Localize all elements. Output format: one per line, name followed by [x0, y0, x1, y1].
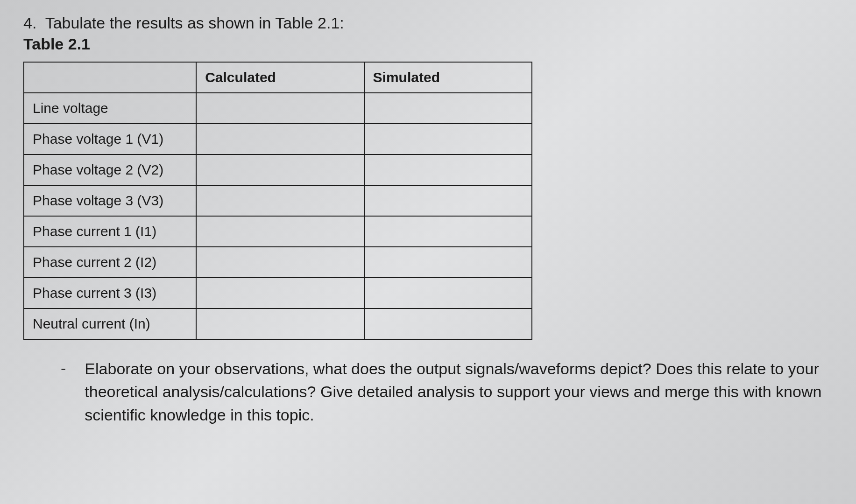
- row-label: Phase voltage 3 (V3): [24, 185, 196, 216]
- row-simulated: [364, 278, 532, 308]
- table-row: Phase current 1 (I1): [24, 216, 532, 247]
- observation-prompt: - Elaborate on your observations, what d…: [23, 357, 833, 427]
- results-table: Calculated Simulated Line voltage Phase …: [23, 62, 532, 340]
- row-simulated: [364, 308, 532, 339]
- row-simulated: [364, 124, 532, 154]
- row-calculated: [196, 93, 364, 124]
- row-simulated: [364, 154, 532, 185]
- table-row: Phase current 2 (I2): [24, 247, 532, 278]
- bullet-dash-icon: -: [61, 359, 66, 378]
- table-header-simulated: Simulated: [364, 62, 532, 93]
- row-calculated: [196, 278, 364, 308]
- question-number: 4.: [23, 14, 36, 32]
- table-header-row: Calculated Simulated: [24, 62, 532, 93]
- table-header-param: [24, 62, 196, 93]
- table-row: Line voltage: [24, 93, 532, 124]
- table-row: Phase voltage 3 (V3): [24, 185, 532, 216]
- table-row: Phase voltage 2 (V2): [24, 154, 532, 185]
- row-simulated: [364, 247, 532, 278]
- row-label: Phase current 1 (I1): [24, 216, 196, 247]
- row-calculated: [196, 247, 364, 278]
- question-heading: 4. Tabulate the results as shown in Tabl…: [23, 14, 833, 32]
- row-calculated: [196, 124, 364, 154]
- row-label: Neutral current (In): [24, 308, 196, 339]
- row-label: Phase current 2 (I2): [24, 247, 196, 278]
- table-header-calculated: Calculated: [196, 62, 364, 93]
- row-calculated: [196, 154, 364, 185]
- row-simulated: [364, 185, 532, 216]
- row-simulated: [364, 216, 532, 247]
- row-simulated: [364, 93, 532, 124]
- row-label: Phase current 3 (I3): [24, 278, 196, 308]
- row-label: Phase voltage 1 (V1): [24, 124, 196, 154]
- row-label: Line voltage: [24, 93, 196, 124]
- row-label: Phase voltage 2 (V2): [24, 154, 196, 185]
- table-caption: Table 2.1: [23, 35, 833, 53]
- table-row: Phase current 3 (I3): [24, 278, 532, 308]
- table-row: Neutral current (In): [24, 308, 532, 339]
- observation-text: Elaborate on your observations, what doe…: [85, 357, 833, 427]
- row-calculated: [196, 216, 364, 247]
- table-row: Phase voltage 1 (V1): [24, 124, 532, 154]
- row-calculated: [196, 185, 364, 216]
- row-calculated: [196, 308, 364, 339]
- question-instruction: Tabulate the results as shown in Table 2…: [45, 14, 344, 32]
